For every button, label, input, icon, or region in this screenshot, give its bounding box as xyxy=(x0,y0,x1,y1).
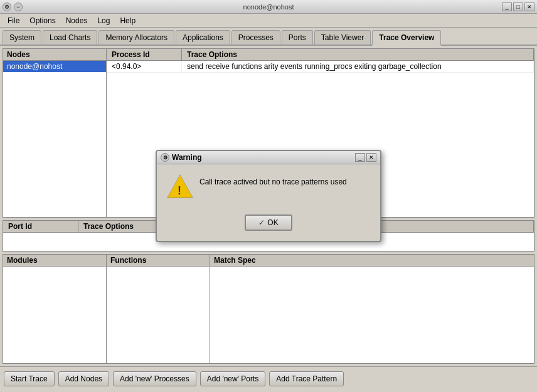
dialog-controls: _ ✕ xyxy=(355,153,376,162)
checkmark-icon: ✓ xyxy=(258,218,265,227)
dialog-footer: ✓ OK xyxy=(157,209,380,241)
warning-dialog: ⚙ Warning _ ✕ ! Call trace actived but n… xyxy=(156,150,381,242)
dialog-title: Warning xyxy=(172,153,202,162)
dialog-ok-label: OK xyxy=(267,218,278,227)
dialog-ok-button[interactable]: ✓ OK xyxy=(245,215,292,231)
dialog-close-btn[interactable]: ✕ xyxy=(366,153,376,162)
warning-icon: ! xyxy=(167,174,192,199)
dialog-title-left: ⚙ Warning xyxy=(161,153,202,162)
dialog-message: Call trace actived but no trace patterns… xyxy=(199,174,347,188)
dialog-title-bar: ⚙ Warning _ ✕ xyxy=(157,151,380,164)
dialog-app-icon: ⚙ xyxy=(161,153,169,162)
dialog-minimize-btn[interactable]: _ xyxy=(355,153,365,162)
dialog-overlay: ⚙ Warning _ ✕ ! Call trace actived but n… xyxy=(0,0,537,392)
dialog-body: ! Call trace actived but no trace patter… xyxy=(157,164,380,209)
